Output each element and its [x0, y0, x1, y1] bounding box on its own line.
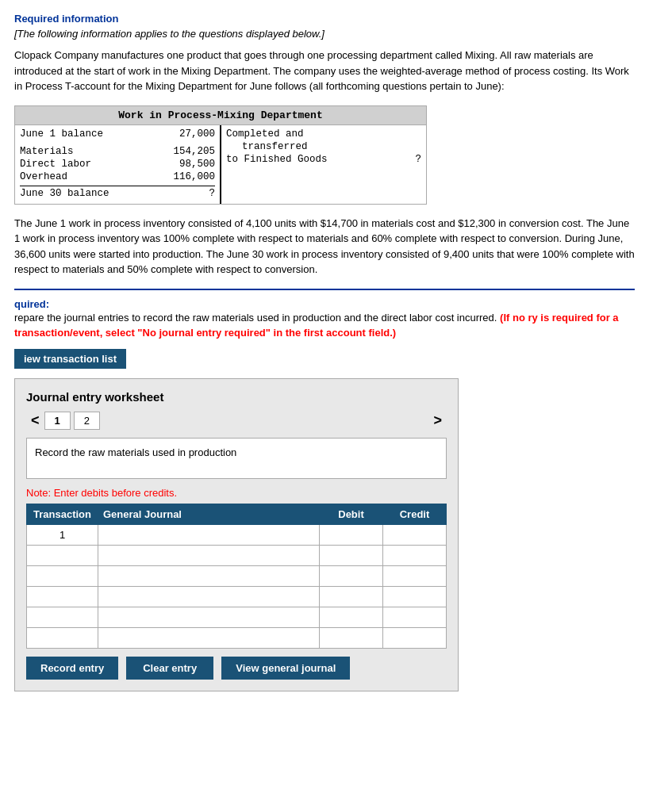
general-journal-input[interactable]: [98, 587, 319, 607]
header-general-journal: General Journal: [98, 504, 320, 524]
worksheet-title: Journal entry worksheet: [26, 390, 447, 404]
t-right-row1: Completed and: [226, 128, 304, 140]
required-section: quired: repare the journal entries to re…: [14, 298, 635, 341]
table-row: [27, 565, 447, 586]
paragraph-text: The June 1 work in process inventory con…: [14, 216, 635, 278]
credit-input[interactable]: [383, 607, 446, 627]
cell-debit[interactable]: [320, 524, 383, 545]
req-instruction: repare the journal entries to record the…: [14, 310, 635, 341]
cell-credit[interactable]: [383, 565, 447, 586]
cell-credit[interactable]: [383, 607, 447, 627]
credit-input[interactable]: [383, 628, 446, 648]
cell-credit[interactable]: [383, 627, 447, 648]
t-right-row2: transferred: [242, 141, 308, 152]
general-journal-input[interactable]: [98, 607, 319, 627]
cell-debit[interactable]: [320, 565, 383, 586]
cell-general-journal[interactable]: [98, 586, 320, 607]
italic-note: [The following information applies to th…: [14, 28, 635, 40]
clear-entry-button[interactable]: Clear entry: [126, 657, 213, 680]
cell-transaction: [27, 627, 98, 648]
t-left-row5-value: ?: [209, 188, 215, 199]
t-account-header: Work in Process-Mixing Department: [15, 106, 426, 125]
cell-debit[interactable]: [320, 627, 383, 648]
credit-input[interactable]: [383, 587, 446, 607]
debit-input[interactable]: [320, 628, 382, 648]
required-info-label: Required information: [14, 13, 635, 25]
cell-credit[interactable]: [383, 524, 447, 545]
table-row: [27, 545, 447, 565]
tab-1-active[interactable]: 1: [44, 412, 71, 430]
t-left-row5-label: June 30 balance: [20, 188, 109, 199]
entry-description: Record the raw materials used in product…: [26, 438, 447, 479]
t-left-row4-label: Overhead: [20, 171, 67, 182]
debit-input[interactable]: [320, 546, 382, 565]
cell-transaction: [27, 586, 98, 607]
general-journal-input[interactable]: [98, 566, 319, 586]
cell-transaction: [27, 565, 98, 586]
t-right-row3-value: ?: [415, 154, 421, 165]
t-left-row1-label: June 1 balance: [20, 128, 103, 140]
journal-entry-worksheet: Journal entry worksheet < 1 2 > Record t…: [14, 378, 459, 691]
t-left-row2-value: 154,205: [173, 146, 215, 157]
cell-general-journal[interactable]: [98, 607, 320, 627]
credit-input[interactable]: [383, 566, 446, 586]
table-row: [27, 627, 447, 648]
t-right-row3-label: to Finished Goods: [226, 154, 328, 165]
t-account-left: June 1 balance 27,000 Materials 154,205 …: [15, 125, 221, 204]
table-row: [27, 607, 447, 627]
cell-transaction: [27, 545, 98, 565]
t-left-row1-value: 27,000: [179, 128, 215, 140]
tab-2[interactable]: 2: [74, 412, 100, 430]
record-entry-button[interactable]: Record entry: [26, 657, 118, 680]
cell-credit[interactable]: [383, 545, 447, 565]
cell-general-journal[interactable]: [98, 524, 320, 545]
general-journal-input[interactable]: [98, 628, 319, 648]
view-transaction-button[interactable]: iew transaction list: [14, 349, 126, 369]
t-left-row4-value: 116,000: [173, 171, 215, 182]
section-divider: [14, 289, 635, 290]
debit-input[interactable]: [320, 525, 382, 545]
debit-input[interactable]: [320, 607, 382, 627]
debit-input[interactable]: [320, 587, 382, 607]
journal-table: Transaction General Journal Debit Credit…: [26, 504, 447, 649]
t-left-row2-label: Materials: [20, 146, 74, 157]
table-row: [27, 586, 447, 607]
general-journal-input[interactable]: [98, 546, 319, 565]
credit-input[interactable]: [383, 546, 446, 565]
debit-input[interactable]: [320, 566, 382, 586]
note-debits: Note: Enter debits before credits.: [26, 487, 447, 499]
t-left-row3-label: Direct labor: [20, 159, 91, 170]
cell-credit[interactable]: [383, 586, 447, 607]
header-debit: Debit: [320, 504, 383, 524]
navigation-row: < 1 2 >: [26, 412, 447, 430]
cell-general-journal[interactable]: [98, 545, 320, 565]
t-account-right: Completed and transferred to Finished Go…: [221, 125, 426, 204]
t-account-table: Work in Process-Mixing Department June 1…: [14, 105, 427, 205]
cell-general-journal[interactable]: [98, 627, 320, 648]
cell-transaction: [27, 607, 98, 627]
description-text: Clopack Company manufactures one product…: [14, 48, 635, 94]
cell-debit[interactable]: [320, 545, 383, 565]
view-general-journal-button[interactable]: View general journal: [221, 657, 350, 680]
nav-left-arrow[interactable]: <: [26, 412, 44, 429]
cell-debit[interactable]: [320, 586, 383, 607]
action-buttons: Record entry Clear entry View general jo…: [26, 657, 447, 680]
t-left-row3-value: 98,500: [179, 159, 215, 170]
header-credit: Credit: [383, 504, 447, 524]
cell-transaction: 1: [27, 524, 98, 545]
nav-right-arrow[interactable]: >: [428, 412, 447, 429]
cell-general-journal[interactable]: [98, 565, 320, 586]
general-journal-input[interactable]: [98, 525, 319, 545]
credit-input[interactable]: [383, 525, 446, 545]
req-label: quired:: [14, 298, 49, 310]
cell-debit[interactable]: [320, 607, 383, 627]
header-transaction: Transaction: [27, 504, 98, 524]
table-row: 1: [27, 524, 447, 545]
